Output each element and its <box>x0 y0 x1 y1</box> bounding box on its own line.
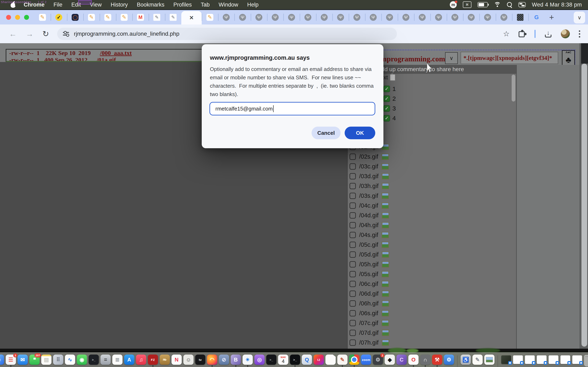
dock-item-freeform[interactable]: ∿ <box>65 355 75 365</box>
tab-search-chevron[interactable]: ∨ <box>574 12 585 24</box>
dock-item-calendar[interactable]: MAR4 <box>278 355 288 365</box>
mamp-icon[interactable]: ☺ <box>183 355 194 365</box>
wordpress-tab[interactable]: Ψ <box>349 10 365 25</box>
quicktime-icon[interactable]: Q <box>302 355 312 365</box>
spotlight-search-icon[interactable] <box>507 2 512 7</box>
file-checkbox[interactable] <box>350 163 356 170</box>
wordpress-tab[interactable]: Ψ <box>365 10 381 25</box>
dock-item-notes[interactable]: ▤ <box>41 355 52 365</box>
wordpress-tab[interactable]: Ψ <box>251 10 267 25</box>
safari-icon[interactable]: ✴ <box>242 355 253 365</box>
wordpress-tab[interactable]: Ψ <box>381 10 398 25</box>
reload-icon[interactable]: ↻ <box>43 29 49 38</box>
intellij-idea-icon[interactable]: IJ <box>314 355 324 365</box>
podcasts-icon[interactable]: ◎ <box>254 355 265 365</box>
page-scrollbar-thumb[interactable] <box>581 64 587 347</box>
menu-item-profiles[interactable]: Profiles <box>173 2 192 8</box>
green-check-icon[interactable]: ✓ <box>383 95 390 102</box>
editor-tab[interactable]: ✎ <box>149 10 165 25</box>
menu-clock[interactable]: Wed 4 Mar 8:38 pm <box>532 2 582 8</box>
app-store-icon[interactable]: A <box>124 355 134 365</box>
wordpress-tab[interactable]: Ψ <box>414 10 430 25</box>
minimized-window-icon[interactable] <box>513 355 523 364</box>
dock-item-mail[interactable]: ✉ <box>17 355 28 365</box>
dock-item-books-gold[interactable]: ❧ <box>159 355 170 365</box>
dock-item-generic-document[interactable] <box>325 355 336 365</box>
active-tab[interactable]: ✕ <box>181 11 202 25</box>
dock-item-iterm[interactable]: >_ <box>290 355 300 365</box>
file-checkbox[interactable] <box>350 202 356 209</box>
dock-item-minimized-window[interactable] <box>501 355 511 364</box>
wordpress-tab[interactable]: Ψ <box>234 10 251 25</box>
dock-item-do-not-disturb[interactable]: ⊘ <box>219 355 229 365</box>
generic-document-icon[interactable] <box>325 355 336 365</box>
dock-item-apple-tv[interactable]: tv <box>195 355 206 365</box>
wordpress-tab[interactable]: Ψ <box>218 10 234 25</box>
dock-item-minimized-window[interactable] <box>560 355 571 364</box>
file-checkbox[interactable] <box>350 281 356 287</box>
dock-item-utility-gear[interactable]: ⚙2 <box>373 355 383 365</box>
dock-item-terminal-2[interactable]: >_ <box>266 355 277 365</box>
file-checkbox[interactable] <box>350 193 356 199</box>
filezilla-icon[interactable]: FZ <box>148 355 158 365</box>
dock-item-firefox[interactable]: ◠ <box>207 355 217 365</box>
notes-icon[interactable]: ▤ <box>41 355 52 365</box>
dock-item-blue-tools[interactable]: ⚙ <box>444 355 454 365</box>
dock-item-cheetah3d[interactable]: C <box>396 355 407 365</box>
checker-tab[interactable] <box>512 10 528 25</box>
dock-item-facetime[interactable]: ◉ <box>77 355 87 365</box>
pattern-input[interactable]: *.[tjpmwagc][xpnopaids][etgvf34]* <box>461 52 558 64</box>
preview-photo-icon[interactable] <box>484 355 494 365</box>
menu-item-history[interactable]: History <box>111 2 128 8</box>
green-check-icon[interactable]: ✓ <box>383 86 390 92</box>
dock-item-preview-photo[interactable] <box>484 355 495 365</box>
launchpad-icon[interactable]: ⠿ <box>53 355 63 365</box>
close-tab-icon[interactable]: ✕ <box>189 15 194 21</box>
new-tab-button[interactable]: + <box>549 13 554 22</box>
panel-scrollbar-thumb[interactable] <box>512 75 515 101</box>
forward-icon[interactable]: → <box>26 30 34 38</box>
dock-item-krita-paint[interactable]: ✎ <box>337 355 348 365</box>
dock-item-accessibility-inspector[interactable]: ♿ <box>460 355 471 365</box>
file-checkbox[interactable] <box>350 300 356 307</box>
wordpress-tab[interactable]: Ψ <box>496 10 512 25</box>
firefox-icon[interactable]: ◠ <box>207 355 217 365</box>
file-checkbox[interactable] <box>350 154 356 160</box>
copy-clipboard-icon[interactable] <box>390 74 395 81</box>
green-check-icon[interactable]: ✓ <box>383 105 390 112</box>
file-link[interactable]: /01a.gif <box>97 57 116 62</box>
control-center-icon[interactable] <box>518 2 526 7</box>
do-not-disturb-icon[interactable]: ⊘ <box>219 355 229 365</box>
dock-item-intellij-idea[interactable]: IJ <box>313 355 324 365</box>
dock-item-opera[interactable]: O <box>408 355 419 365</box>
dock-item-chrome[interactable] <box>349 355 360 365</box>
dock-item-inkscape[interactable]: ◆ <box>384 355 395 365</box>
freeform-icon[interactable]: ∿ <box>65 355 75 365</box>
apple-tv-icon[interactable]: tv <box>195 355 205 365</box>
terminal-icon[interactable]: >_ <box>89 355 99 365</box>
dock-item-news[interactable]: N <box>171 355 182 365</box>
editor-tab[interactable]: ✎ <box>165 10 181 25</box>
dock-item-app-store[interactable]: A <box>124 355 135 365</box>
downloads-icon[interactable]: ↓ <box>545 30 552 38</box>
bookmark-star-icon[interactable]: ☆ <box>503 30 510 38</box>
finder-icon[interactable]: ☺ <box>0 355 4 365</box>
checkmark-tab[interactable]: ✓ <box>51 10 67 25</box>
dock-item-trash[interactable] <box>584 355 588 366</box>
editor-tab[interactable]: ✎ <box>100 10 116 25</box>
file-checkbox[interactable] <box>350 320 356 326</box>
dock-item-filezilla[interactable]: FZ <box>148 355 158 365</box>
dock-item-elephant-db[interactable]: ∩ <box>420 355 431 365</box>
editor-tab[interactable]: ✎ <box>83 10 100 25</box>
dock-item-zoom[interactable]: zoom <box>361 355 371 365</box>
minimize-window-button[interactable] <box>15 15 20 20</box>
close-window-button[interactable] <box>6 15 11 20</box>
menu-item-bookmarks[interactable]: Bookmarks <box>137 2 164 8</box>
dock-item-mamp[interactable]: ☺ <box>183 355 194 365</box>
dock-item-finder[interactable]: ☺ <box>0 355 4 365</box>
dock-item-calculator[interactable]: = <box>100 355 111 365</box>
file-checkbox[interactable] <box>350 173 356 179</box>
extensions-icon[interactable] <box>519 30 526 37</box>
address-bar[interactable]: rjmprogramming.com.au/one_linefind.php <box>57 28 397 40</box>
news-icon[interactable]: N <box>172 355 182 365</box>
